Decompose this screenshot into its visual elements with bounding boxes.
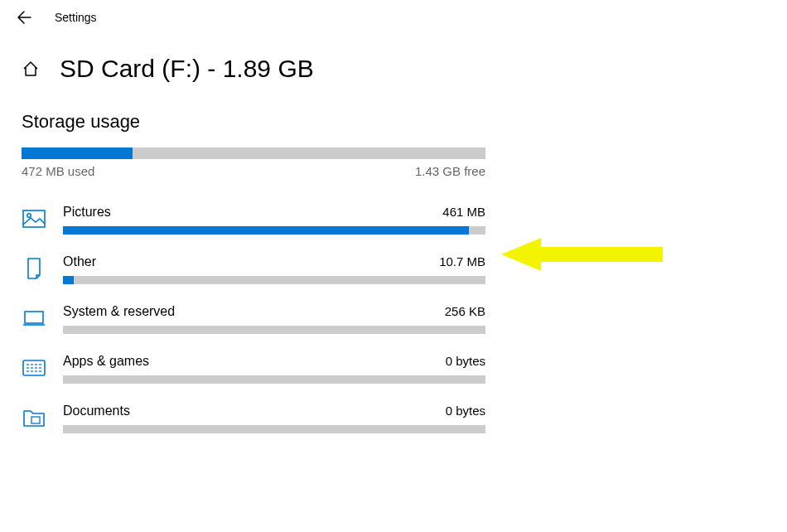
- category-name: System & reserved: [63, 304, 175, 319]
- category-name: Documents: [63, 404, 130, 418]
- overall-bar-fill: [22, 148, 133, 159]
- category-pictures[interactable]: Pictures 461 MB: [22, 193, 765, 243]
- categories-list: Pictures 461 MB Other 10.7 MB: [0, 178, 787, 442]
- category-other[interactable]: Other 10.7 MB: [22, 243, 765, 293]
- free-label: 1.43 GB free: [415, 164, 485, 178]
- pictures-icon: [22, 206, 46, 231]
- top-bar: Settings: [0, 0, 787, 35]
- category-bar: [63, 226, 485, 235]
- used-label: 472 MB used: [22, 164, 94, 178]
- svg-rect-2: [25, 312, 43, 323]
- svg-point-1: [27, 214, 31, 217]
- other-icon: [22, 256, 46, 281]
- overall-bar: [22, 148, 485, 159]
- svg-rect-0: [23, 210, 45, 227]
- category-name: Pictures: [63, 205, 111, 220]
- category-bar-fill: [63, 276, 74, 284]
- svg-rect-3: [23, 360, 45, 375]
- svg-rect-16: [31, 417, 40, 423]
- category-content: Pictures 461 MB: [63, 205, 485, 235]
- back-button[interactable]: [17, 10, 31, 25]
- page-title: SD Card (F:) - 1.89 GB: [60, 55, 314, 83]
- category-content: Apps & games 0 bytes: [63, 354, 485, 384]
- overall-labels: 472 MB used 1.43 GB free: [22, 164, 485, 178]
- category-content: Other 10.7 MB: [63, 254, 485, 284]
- category-size: 461 MB: [442, 205, 485, 219]
- system-icon: [22, 306, 46, 331]
- category-apps[interactable]: Apps & games 0 bytes: [22, 342, 765, 392]
- category-system[interactable]: System & reserved 256 KB: [22, 293, 765, 342]
- category-name: Apps & games: [63, 354, 149, 369]
- apps-icon: [22, 355, 46, 380]
- category-name: Other: [63, 254, 96, 269]
- overall-usage: 472 MB used 1.43 GB free: [0, 148, 507, 178]
- category-size: 10.7 MB: [439, 254, 485, 268]
- category-bar: [63, 326, 485, 334]
- category-bar: [63, 276, 485, 284]
- back-arrow-icon: [17, 10, 31, 25]
- settings-label: Settings: [55, 11, 97, 24]
- category-bar-fill: [63, 226, 469, 235]
- home-button[interactable]: [22, 60, 40, 78]
- documents-icon: [22, 405, 46, 430]
- category-bar: [63, 375, 485, 384]
- category-size: 0 bytes: [446, 404, 485, 418]
- category-size: 256 KB: [445, 304, 485, 318]
- category-size: 0 bytes: [446, 354, 485, 368]
- category-content: Documents 0 bytes: [63, 404, 485, 433]
- category-content: System & reserved 256 KB: [63, 304, 485, 334]
- section-title: Storage usage: [0, 89, 787, 148]
- page-header: SD Card (F:) - 1.89 GB: [0, 35, 787, 89]
- category-bar: [63, 425, 485, 433]
- category-documents[interactable]: Documents 0 bytes: [22, 392, 765, 442]
- home-icon: [22, 60, 40, 78]
